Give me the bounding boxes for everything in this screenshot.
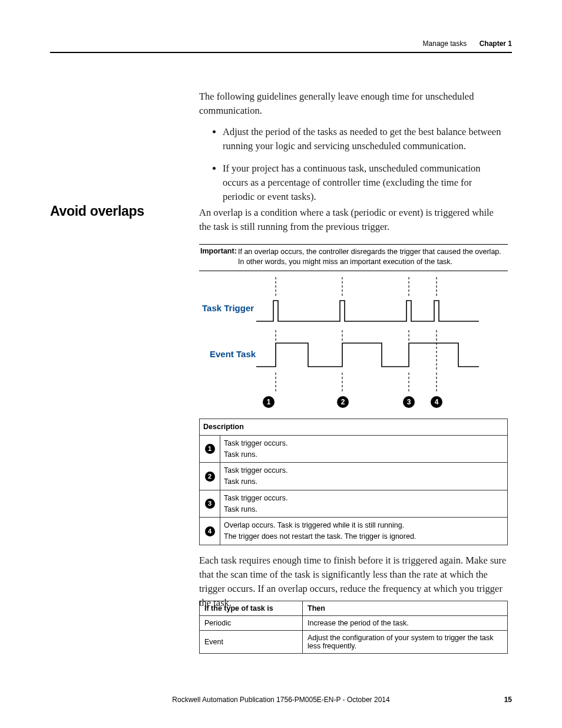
svg-text:3: 3 <box>407 398 411 406</box>
type-cell: Increase the period of the task. <box>303 616 508 631</box>
desc-line: Task runs. <box>224 505 257 513</box>
table-row: 3 Task trigger occurs.Task runs. <box>200 490 508 518</box>
task-type-table: If the type of task is Then Periodic Inc… <box>199 601 508 654</box>
diagram-label-trigger: Task Trigger <box>202 303 254 313</box>
table-row: 1 Task trigger occurs.Task runs. <box>200 435 508 463</box>
desc-line: Task trigger occurs. <box>224 439 287 447</box>
intro-paragraph: The following guidelines generally leave… <box>199 90 505 118</box>
desc-line: Overlap occurs. Task is triggered while … <box>224 521 404 529</box>
type-col1-header: If the type of task is <box>200 601 303 616</box>
desc-line: Task trigger occurs. <box>224 494 287 502</box>
row-num-icon: 3 <box>205 499 215 509</box>
svg-text:4: 4 <box>435 398 439 406</box>
bullet-item: Adjust the period of the tasks as needed… <box>223 125 505 153</box>
svg-text:2: 2 <box>341 398 345 406</box>
type-cell: Event <box>200 631 303 654</box>
diagram-label-event: Event Task <box>210 349 256 359</box>
header-section: Manage tasks <box>423 39 467 48</box>
desc-table-header: Description <box>200 419 508 436</box>
table-row: Event Adjust the configuration of your s… <box>200 631 508 654</box>
description-table: Description 1 Task trigger occurs.Task r… <box>199 419 508 545</box>
table-row: 2 Task trigger occurs.Task runs. <box>200 463 508 490</box>
overlap-intro-paragraph: An overlap is a condition where a task (… <box>199 206 505 234</box>
type-cell: Periodic <box>200 616 303 631</box>
bullet-item: If your project has a continuous task, u… <box>223 162 505 204</box>
table-row: Periodic Increase the period of the task… <box>200 616 508 631</box>
desc-line: The trigger does not restart the task. T… <box>224 532 416 541</box>
type-cell: Adjust the configuration of your system … <box>303 631 508 654</box>
document-page: Manage tasks Chapter 1 The following gui… <box>0 0 562 728</box>
type-col2-header: Then <box>303 601 508 616</box>
header-rule <box>50 52 512 53</box>
guideline-bullets: Adjust the period of the tasks as needed… <box>199 125 505 212</box>
footer-publication: Rockwell Automation Publication 1756-PM0… <box>50 696 512 704</box>
header-chapter: Chapter 1 <box>480 39 512 48</box>
important-label: Important: <box>199 247 238 267</box>
important-text: If an overlap occurs, the controller dis… <box>238 247 508 267</box>
desc-line: Task runs. <box>224 477 257 486</box>
section-heading: Avoid overlaps <box>50 203 144 219</box>
footer-page-number: 15 <box>504 696 512 704</box>
row-num-icon: 4 <box>205 526 215 536</box>
table-row: 4 Overlap occurs. Task is triggered whil… <box>200 518 508 545</box>
important-callout: Important: If an overlap occurs, the con… <box>199 244 508 271</box>
desc-line: Task runs. <box>224 450 257 459</box>
svg-text:1: 1 <box>267 398 271 406</box>
row-num-icon: 1 <box>205 444 215 454</box>
desc-line: Task trigger occurs. <box>224 466 287 475</box>
overlap-diagram: Task Trigger Event Task 1 2 3 4 <box>199 271 508 411</box>
row-num-icon: 2 <box>205 472 215 482</box>
page-header: Manage tasks Chapter 1 <box>50 39 512 48</box>
